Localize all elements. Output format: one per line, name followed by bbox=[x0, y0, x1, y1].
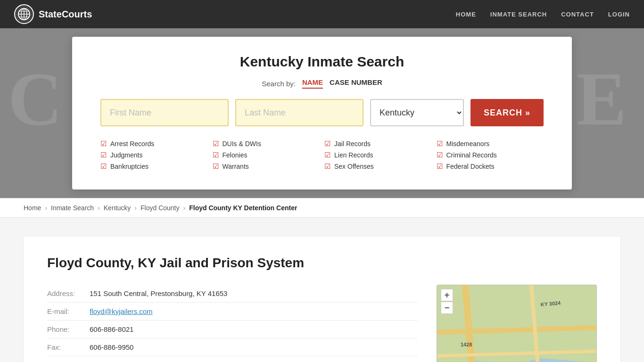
check-icon-jail: ☑ bbox=[324, 140, 330, 148]
breadcrumb-home[interactable]: Home bbox=[24, 204, 41, 212]
checkbox-judgments: ☑ Judgments bbox=[100, 151, 208, 159]
check-icon-warrants: ☑ bbox=[213, 162, 219, 171]
main-content: Floyd County, KY Jail and Prison System … bbox=[0, 218, 644, 362]
checkbox-felonies: ☑ Felonies bbox=[213, 151, 320, 159]
breadcrumb-sep-1: › bbox=[45, 204, 47, 212]
website-row: Website: http://www.fcsoky.us/ bbox=[47, 356, 418, 362]
search-card: Kentucky Inmate Search Search by: NAME C… bbox=[72, 37, 572, 189]
email-row: E-mail: floyd@kyjailers.com bbox=[47, 303, 418, 321]
nav-links: HOME INMATE SEARCH CONTACT LOGIN bbox=[456, 11, 630, 18]
breadcrumb-sep-3: › bbox=[134, 204, 137, 212]
check-icon-federal: ☑ bbox=[437, 162, 443, 171]
checkbox-label-felonies: Felonies bbox=[223, 151, 248, 159]
breadcrumb-sep-4: › bbox=[183, 204, 186, 212]
search-by-label: Search by: bbox=[262, 80, 296, 88]
checkbox-col-3: ☑ Jail Records ☑ Lien Records ☑ Sex Offe… bbox=[324, 140, 432, 171]
fax-label: Fax: bbox=[47, 343, 90, 351]
check-icon-arrest: ☑ bbox=[100, 140, 107, 148]
fax-row: Fax: 606-886-9950 bbox=[47, 338, 418, 356]
info-layout: Address: 151 South Central, Prestonsburg… bbox=[47, 285, 597, 362]
search-inputs-row: Kentucky Alabama Alaska Arizona Arkansas… bbox=[100, 99, 544, 126]
check-icon-judgments: ☑ bbox=[100, 151, 107, 159]
phone-label: Phone: bbox=[47, 325, 90, 333]
checkbox-col-2: ☑ DUIs & DWIs ☑ Felonies ☑ Warrants bbox=[213, 140, 320, 171]
hero-background: COURTHOUSE Kentucky Inmate Search Search… bbox=[0, 0, 644, 198]
checkbox-jail: ☑ Jail Records bbox=[324, 140, 432, 148]
checkbox-criminal: ☑ Criminal Records bbox=[437, 151, 544, 159]
checkbox-label-misdemeanors: Misdemeanors bbox=[446, 140, 490, 148]
checkbox-label-sex: Sex Offenses bbox=[334, 163, 374, 170]
checkbox-label-warrants: Warrants bbox=[223, 163, 249, 170]
checkbox-label-lien: Lien Records bbox=[334, 151, 373, 159]
phone-row: Phone: 606-886-8021 bbox=[47, 321, 418, 338]
map-container: KY 3024 1428 + − bbox=[437, 285, 597, 362]
check-icon-criminal: ☑ bbox=[437, 151, 443, 159]
last-name-input[interactable] bbox=[235, 99, 363, 126]
checkbox-label-duis: DUIs & DWIs bbox=[223, 140, 261, 148]
checkbox-label-arrest: Arrest Records bbox=[110, 140, 154, 148]
map-zoom-controls: + − bbox=[441, 289, 453, 314]
breadcrumb-current: Floyd County KY Detention Center bbox=[189, 204, 297, 212]
checkbox-warrants: ☑ Warrants bbox=[213, 162, 320, 171]
checkbox-sex: ☑ Sex Offenses bbox=[324, 162, 432, 171]
breadcrumb-kentucky[interactable]: Kentucky bbox=[104, 204, 131, 212]
checkbox-label-federal: Federal Dockets bbox=[446, 163, 495, 170]
checkbox-arrest: ☑ Arrest Records bbox=[100, 140, 208, 148]
content-card: Floyd County, KY Jail and Prison System … bbox=[24, 237, 620, 362]
address-value: 151 South Central, Prestonsburg, KY 4165… bbox=[90, 289, 227, 297]
info-table: Address: 151 South Central, Prestonsburg… bbox=[47, 285, 418, 362]
nav-home[interactable]: HOME bbox=[456, 11, 476, 18]
search-button[interactable]: SEARCH » bbox=[471, 99, 544, 126]
checkbox-col-1: ☑ Arrest Records ☑ Judgments ☑ Bankruptc… bbox=[100, 140, 208, 171]
tab-name[interactable]: NAME bbox=[302, 78, 323, 89]
svg-text:1428: 1428 bbox=[461, 342, 472, 347]
email-label: E-mail: bbox=[47, 307, 90, 315]
breadcrumb-floyd-county[interactable]: Floyd County bbox=[140, 204, 179, 212]
search-by-row: Search by: NAME CASE NUMBER bbox=[100, 78, 544, 89]
logo-area: StateCourts bbox=[14, 4, 92, 24]
checkbox-label-criminal: Criminal Records bbox=[446, 151, 497, 159]
checkbox-misdemeanors: ☑ Misdemeanors bbox=[437, 140, 544, 148]
breadcrumb-sep-2: › bbox=[98, 204, 100, 212]
checkbox-lien: ☑ Lien Records bbox=[324, 151, 432, 159]
nav-contact[interactable]: CONTACT bbox=[561, 11, 594, 18]
tab-case-number[interactable]: CASE NUMBER bbox=[330, 78, 382, 89]
checkbox-label-jail: Jail Records bbox=[334, 140, 371, 148]
phone-value: 606-886-8021 bbox=[90, 325, 133, 333]
email-link[interactable]: floyd@kyjailers.com bbox=[90, 307, 153, 315]
map-zoom-out[interactable]: − bbox=[441, 302, 453, 314]
map-zoom-in[interactable]: + bbox=[441, 289, 453, 301]
nav-login[interactable]: LOGIN bbox=[608, 11, 630, 18]
first-name-input[interactable] bbox=[100, 99, 229, 126]
checkbox-federal: ☑ Federal Dockets bbox=[437, 162, 544, 171]
check-icon-lien: ☑ bbox=[324, 151, 330, 159]
breadcrumb-inmate-search[interactable]: Inmate Search bbox=[51, 204, 94, 212]
facility-title: Floyd County, KY Jail and Prison System bbox=[47, 255, 597, 271]
checkbox-label-bankruptcies: Bankruptcies bbox=[110, 163, 149, 170]
nav-inmate-search[interactable]: INMATE SEARCH bbox=[490, 11, 547, 18]
breadcrumb: Home › Inmate Search › Kentucky › Floyd … bbox=[0, 198, 644, 218]
logo-text: StateCourts bbox=[39, 9, 92, 20]
check-icon-felonies: ☑ bbox=[213, 151, 219, 159]
checkbox-label-judgments: Judgments bbox=[110, 151, 142, 159]
check-icon-bankruptcies: ☑ bbox=[100, 162, 107, 171]
check-icon-duis: ☑ bbox=[213, 140, 219, 148]
checkbox-grid: ☑ Arrest Records ☑ Judgments ☑ Bankruptc… bbox=[100, 140, 544, 171]
check-icon-misdemeanors: ☑ bbox=[437, 140, 443, 148]
checkbox-col-4: ☑ Misdemeanors ☑ Criminal Records ☑ Fede… bbox=[437, 140, 544, 171]
map-placeholder: KY 3024 1428 + − bbox=[437, 285, 596, 362]
checkbox-bankruptcies: ☑ Bankruptcies bbox=[100, 162, 208, 171]
logo-icon bbox=[14, 4, 34, 24]
state-select[interactable]: Kentucky Alabama Alaska Arizona Arkansas… bbox=[370, 99, 464, 126]
header: StateCourts HOME INMATE SEARCH CONTACT L… bbox=[0, 0, 644, 28]
fax-value: 606-886-9950 bbox=[90, 343, 133, 351]
address-row: Address: 151 South Central, Prestonsburg… bbox=[47, 285, 418, 303]
checkbox-duis: ☑ DUIs & DWIs bbox=[213, 140, 320, 148]
search-card-title: Kentucky Inmate Search bbox=[100, 54, 544, 70]
check-icon-sex: ☑ bbox=[324, 162, 330, 171]
address-label: Address: bbox=[47, 289, 90, 297]
